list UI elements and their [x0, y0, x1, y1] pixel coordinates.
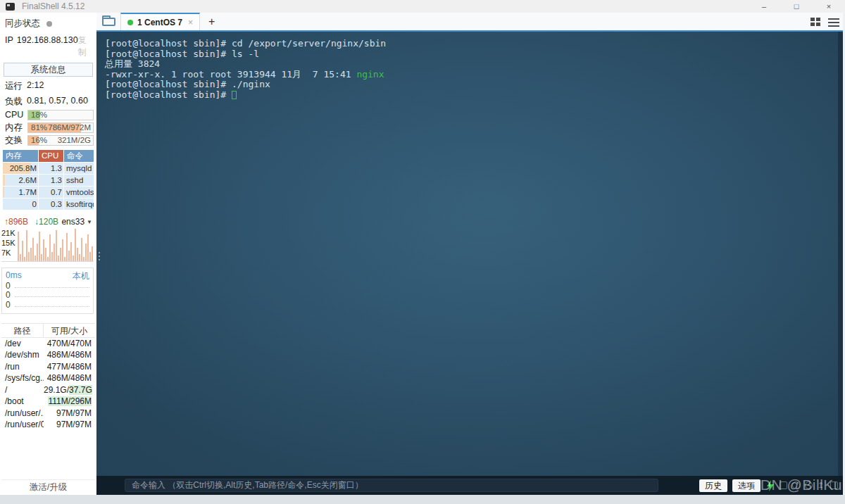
- process-memory: 2.6M: [3, 175, 38, 186]
- activate-upgrade-link[interactable]: 激活/升级: [0, 480, 96, 495]
- process-row[interactable]: 2.6M1.3sshd: [3, 175, 94, 186]
- network-bar: [49, 234, 51, 261]
- sync-status: 同步状态: [5, 18, 92, 30]
- disk-value: 470M/470M: [44, 338, 95, 350]
- network-bar: [30, 248, 32, 261]
- ip-label: IP: [5, 35, 13, 45]
- network-bar: [26, 230, 27, 261]
- network-bar: [77, 248, 78, 261]
- system-info-button[interactable]: 系统信息: [4, 63, 93, 77]
- disk-row[interactable]: /run/user/097M/97M: [1, 419, 95, 431]
- menu-icon[interactable]: [828, 18, 839, 27]
- split-view-icon[interactable]: [810, 18, 821, 27]
- sidebar-splitter-handle[interactable]: [97, 252, 101, 260]
- process-table: 内存 CPU 命令 205.8M1.3mysqld2.6M1.3sshd1.7M…: [3, 150, 94, 210]
- ping-value: 0: [6, 300, 15, 310]
- tab-bar: 1 CentOS 7 × +: [96, 13, 845, 32]
- network-bar: [28, 252, 30, 261]
- tab-close-icon[interactable]: ×: [188, 18, 193, 27]
- uptime-label: 运行: [5, 80, 23, 92]
- process-header-memory[interactable]: 内存: [3, 150, 38, 162]
- process-cpu: 1.3: [39, 163, 63, 174]
- disk-row[interactable]: /run477M/486M: [1, 361, 95, 373]
- process-cpu: 0.3: [39, 199, 63, 210]
- gear-icon[interactable]: [805, 481, 813, 489]
- disk-header-path[interactable]: 路径: [1, 324, 44, 337]
- process-memory: 0: [3, 199, 38, 210]
- network-bar: [20, 254, 21, 261]
- process-row[interactable]: 1.7M0.7vmtoolsd: [3, 187, 94, 198]
- tab-centos7[interactable]: 1 CentOS 7 ×: [120, 13, 200, 30]
- process-command: vmtoolsd: [64, 187, 94, 198]
- network-ylabel: 21K: [1, 228, 18, 238]
- terminal[interactable]: [root@localhost sbin]# cd /export/server…: [96, 32, 845, 476]
- ping-rows: 000: [6, 281, 89, 310]
- meter-bar: 18%: [27, 110, 94, 120]
- ip-row: IP 192.168.88.130 复制: [5, 34, 92, 58]
- process-header-cpu[interactable]: CPU: [39, 150, 63, 162]
- disk-row[interactable]: /dev470M/470M: [1, 338, 95, 350]
- disk-row[interactable]: /dev/shm486M/486M: [1, 349, 95, 361]
- options-button[interactable]: 选项: [732, 479, 760, 492]
- disk-row[interactable]: /boot111M/296M: [1, 396, 95, 408]
- disk-row[interactable]: /run/user/...97M/97M: [1, 408, 95, 420]
- disk-path: /run: [1, 361, 44, 373]
- network-bar: [43, 239, 44, 261]
- network-bar: [22, 241, 23, 261]
- process-row[interactable]: 00.3ksoftirqd/0: [3, 199, 94, 210]
- network-bar: [75, 229, 76, 261]
- disk-table: 路径 可用/大小 /dev470M/470M/dev/shm486M/486M/…: [1, 323, 95, 431]
- disk-value: 97M/97M: [44, 408, 95, 420]
- disk-path: /boot: [1, 396, 44, 408]
- disk-value-highlight: 111M/296M: [48, 396, 92, 406]
- disk-row[interactable]: /sys/fs/cg...486M/486M: [1, 372, 95, 384]
- network-bar: [83, 257, 84, 261]
- ping-row: 0: [6, 291, 89, 301]
- ping-row: 0: [6, 281, 89, 291]
- network-header: ↑896B ↓120B ens33▼: [4, 217, 92, 227]
- process-command: sshd: [64, 175, 94, 186]
- process-row[interactable]: 205.8M1.3mysqld: [3, 163, 94, 174]
- disk-value: 486M/486M: [44, 372, 95, 384]
- network-bar: [47, 257, 49, 261]
- network-ylabel: 15K: [1, 238, 18, 248]
- minimize-button[interactable]: –: [748, 0, 780, 13]
- desktop-strip: [0, 495, 845, 504]
- network-bar: [51, 252, 53, 261]
- upload-icon[interactable]: ↥: [818, 481, 825, 489]
- toolbar-icons: ↥: [780, 481, 838, 489]
- search-icon[interactable]: [792, 481, 800, 489]
- maximize-button[interactable]: □: [780, 0, 813, 13]
- network-bar: [87, 234, 89, 261]
- network-bar: [73, 256, 74, 261]
- network-bar: [45, 248, 46, 261]
- network-bar: [39, 232, 40, 261]
- window-icon[interactable]: [830, 481, 838, 489]
- interface-selector[interactable]: ens33▼: [61, 217, 92, 227]
- uptime-value: 2:12: [27, 80, 44, 92]
- new-tab-button[interactable]: +: [208, 16, 215, 27]
- close-button[interactable]: ×: [813, 0, 845, 13]
- meter-label: CPU: [5, 110, 27, 120]
- monitor-icon[interactable]: [780, 481, 787, 489]
- network-chart-ylabels: 21K15K7K: [1, 228, 18, 261]
- disk-row[interactable]: /29.1G/37.7G: [1, 384, 95, 396]
- network-bar: [66, 233, 68, 261]
- history-button[interactable]: 历史: [699, 479, 727, 492]
- meter-内存: 内存81%786M/972M: [5, 122, 94, 133]
- load-value: 0.81, 0.57, 0.60: [27, 96, 88, 108]
- meter-percent: 18%: [31, 111, 47, 120]
- process-command: ksoftirqd/0: [64, 199, 94, 210]
- disk-header-size[interactable]: 可用/大小: [44, 324, 95, 337]
- sync-status-label: 同步状态: [5, 18, 40, 30]
- meter-bar: 81%786M/972M: [27, 122, 94, 133]
- command-input[interactable]: 命令输入 （双击Ctrl切换,Alt历史,Tab路径/命令,Esc关闭窗口）: [125, 479, 658, 492]
- network-bar: [64, 257, 65, 261]
- ping-target[interactable]: 本机: [73, 270, 89, 281]
- connection-manager-button[interactable]: [96, 13, 120, 30]
- main-area: 1 CentOS 7 × + [root@localhost sbin]# cd…: [96, 13, 845, 495]
- process-header-command[interactable]: 命令: [64, 150, 94, 162]
- copy-ip-link[interactable]: 复制: [78, 34, 92, 58]
- network-bar: [79, 254, 80, 261]
- lightning-icon[interactable]: [767, 480, 774, 491]
